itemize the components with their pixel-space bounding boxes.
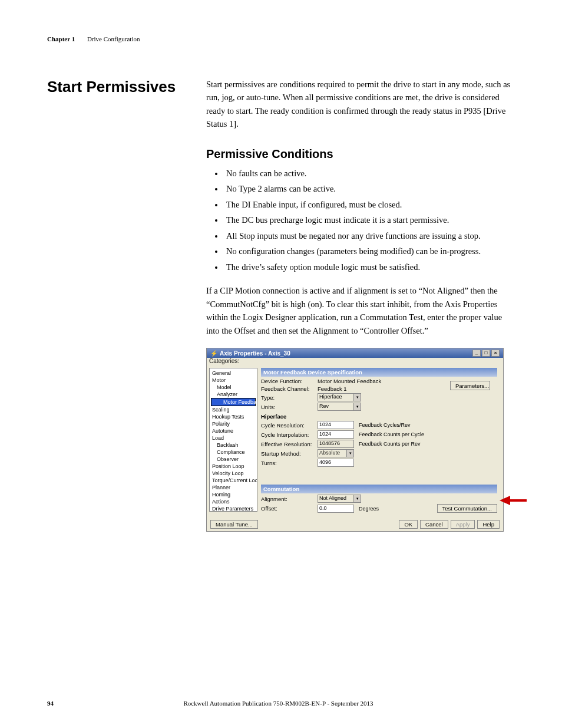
tree-item[interactable]: Hookup Tests <box>211 413 256 420</box>
tree-item[interactable]: Backlash <box>211 442 256 449</box>
feedback-channel-value: Feedback 1 <box>318 386 347 392</box>
tree-item[interactable]: Motor <box>211 377 256 384</box>
after-paragraph: If a CIP Motion connection is active and… <box>206 284 515 337</box>
chevron-down-icon[interactable]: ▾ <box>354 403 361 411</box>
tree-item[interactable]: Torque/Current Loop <box>211 477 256 484</box>
alignment-select[interactable]: Not Aligned <box>318 495 354 503</box>
ok-button[interactable]: OK <box>399 520 418 529</box>
tree-item[interactable]: Motor Feedback <box>211 398 256 406</box>
axis-properties-window: ⚡ Axis Properties - Axis_30 _ □ × Catego… <box>206 348 504 532</box>
tree-item[interactable]: Position Loop <box>211 463 256 470</box>
tree-item[interactable]: Observer <box>211 456 256 463</box>
tree-item[interactable]: Scaling <box>211 406 256 413</box>
callout-arrow-line <box>509 499 527 502</box>
hiperface-group-label: Hiperface <box>261 413 497 420</box>
window-titlebar: ⚡ Axis Properties - Axis_30 _ □ × <box>207 348 503 358</box>
units-select[interactable]: Rev <box>318 403 354 411</box>
help-button[interactable]: Help <box>477 520 500 529</box>
cycle-resolution-unit: Feedback Cycles/Rev <box>359 422 411 428</box>
effective-resolution-unit: Feedback Counts per Rev <box>359 441 421 447</box>
page-number: 94 <box>47 700 54 707</box>
commutation-group-label: Commutation <box>261 485 497 493</box>
tree-item[interactable]: Velocity Loop <box>211 470 256 477</box>
turns-label: Turns: <box>261 460 315 466</box>
startup-method-select[interactable]: Absolute <box>318 449 347 457</box>
subsection-title: Permissive Conditions <box>206 147 515 161</box>
tree-item[interactable]: General <box>211 370 256 377</box>
permissive-list: No faults can be active.No Type 2 alarms… <box>224 167 515 274</box>
list-item: All Stop inputs must be negated nor any … <box>224 229 515 242</box>
offset-unit: Degrees <box>359 506 379 512</box>
page-header: Chapter 1 Drive Configuration <box>47 35 515 42</box>
categories-label: Categories: <box>207 358 503 365</box>
startup-method-label: Startup Method: <box>261 450 315 457</box>
tree-item[interactable]: Polarity <box>211 420 256 427</box>
list-item: The DC bus precharge logic must indicate… <box>224 213 515 226</box>
tree-item[interactable]: Homing <box>211 491 256 498</box>
list-item: No Type 2 alarms can be active. <box>224 182 515 195</box>
cycle-interpolation-input[interactable]: 1024 <box>318 430 354 439</box>
window-title: Axis Properties - Axis_30 <box>220 350 472 357</box>
effective-resolution-label: Effective Resolution: <box>261 441 315 447</box>
panel-title: Motor Feedback Device Specification <box>261 368 497 377</box>
minimize-button[interactable]: _ <box>472 350 481 357</box>
tree-item[interactable]: Compliance <box>211 449 256 456</box>
cycle-interpolation-unit: Feedback Counts per Cycle <box>359 431 424 437</box>
list-item: The DI Enable input, if configured, must… <box>224 198 515 211</box>
section-title: Start Permissives <box>47 78 206 96</box>
cycle-interpolation-label: Cycle Interpolation: <box>261 431 315 438</box>
list-item: No faults can be active. <box>224 167 515 180</box>
effective-resolution-input: 1048576 <box>318 440 354 448</box>
category-tree[interactable]: GeneralMotorModelAnalyzerMotor FeedbackS… <box>209 368 257 512</box>
maximize-button[interactable]: □ <box>482 350 490 357</box>
units-label: Units: <box>261 404 315 410</box>
tree-item[interactable]: Load <box>211 434 256 442</box>
test-commutation-button[interactable]: Test Commutation... <box>437 504 497 513</box>
lightning-icon: ⚡ <box>210 350 217 357</box>
manual-tune-button[interactable]: Manual Tune... <box>210 520 258 529</box>
type-select[interactable]: Hiperface <box>318 393 354 401</box>
tree-item[interactable]: Model <box>211 384 256 391</box>
apply-button[interactable]: Apply <box>451 520 475 529</box>
cycle-resolution-label: Cycle Resolution: <box>261 422 315 429</box>
device-function-value: Motor Mounted Feedback <box>318 378 381 384</box>
tree-item[interactable]: Analyzer <box>211 391 256 398</box>
list-item: The drive’s safety option module logic m… <box>224 261 515 274</box>
feedback-channel-label: Feedback Channel: <box>261 386 315 392</box>
chevron-down-icon[interactable]: ▾ <box>354 393 361 401</box>
list-item: No configuration changes (parameters bei… <box>224 245 515 258</box>
alignment-label: Alignment: <box>261 496 315 502</box>
cancel-button[interactable]: Cancel <box>420 520 448 529</box>
type-label: Type: <box>261 394 315 401</box>
tree-item[interactable]: Planner <box>211 484 256 491</box>
device-function-label: Device Function: <box>261 378 315 384</box>
parameters-button[interactable]: Parameters... <box>450 381 490 390</box>
tree-item[interactable]: Drive Parameters <box>211 505 256 512</box>
tree-item[interactable]: Autotune <box>211 427 256 434</box>
offset-input[interactable]: 0.0 <box>318 505 354 513</box>
intro-paragraph: Start permissives are conditions require… <box>206 78 515 131</box>
close-button[interactable]: × <box>491 350 500 357</box>
chapter-name: Drive Configuration <box>87 35 140 42</box>
tree-item[interactable]: Actions <box>211 498 256 505</box>
offset-label: Offset: <box>261 505 315 512</box>
chevron-down-icon[interactable]: ▾ <box>347 449 354 457</box>
cycle-resolution-input[interactable]: 1024 <box>318 421 354 429</box>
chevron-down-icon[interactable]: ▾ <box>354 495 361 503</box>
publication-info: Rockwell Automation Publication 750-RM00… <box>54 700 503 707</box>
turns-input[interactable]: 4096 <box>318 459 354 467</box>
chapter-number: Chapter 1 <box>47 35 75 42</box>
